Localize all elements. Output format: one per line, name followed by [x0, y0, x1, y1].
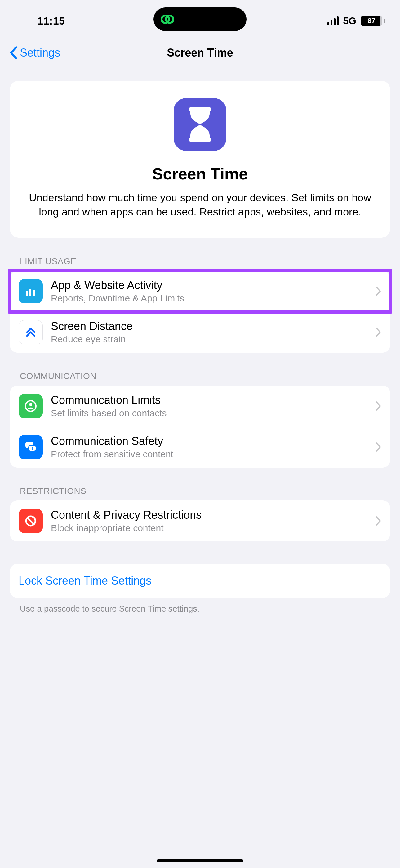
row-subtitle: Reduce eye strain: [51, 334, 370, 345]
dynamic-island[interactable]: [154, 7, 246, 31]
row-title: Lock Screen Time Settings: [19, 574, 381, 587]
row-screen-distance[interactable]: Screen Distance Reduce eye strain: [10, 312, 390, 353]
svg-rect-2: [189, 107, 211, 111]
row-subtitle: Protect from sensitive content: [51, 449, 370, 460]
svg-rect-5: [29, 289, 31, 296]
section-footer-lock: Use a passcode to secure Screen Time set…: [10, 598, 390, 614]
row-lock-screen-time-settings[interactable]: Lock Screen Time Settings: [10, 564, 390, 598]
chat-bubbles-icon: !: [19, 435, 43, 459]
hero-description: Understand how much time you spend on yo…: [25, 191, 375, 219]
chevron-right-icon: [370, 286, 381, 297]
row-title: Screen Distance: [51, 320, 370, 333]
row-app-website-activity[interactable]: App & Website Activity Reports, Downtime…: [10, 271, 390, 312]
row-title: App & Website Activity: [51, 279, 370, 292]
home-indicator[interactable]: [157, 859, 243, 862]
row-subtitle: Reports, Downtime & App Limits: [51, 293, 370, 304]
person-circle-icon: [19, 394, 43, 418]
battery-indicator: 87: [361, 16, 385, 26]
row-content-privacy-restrictions[interactable]: Content & Privacy Restrictions Block ina…: [10, 500, 390, 541]
svg-line-14: [28, 518, 34, 524]
nav-bar: Settings Screen Time: [0, 34, 400, 71]
svg-point-9: [29, 403, 32, 406]
status-time: 11:15: [12, 15, 105, 27]
chevron-right-icon: [370, 327, 381, 337]
chevron-right-icon: [370, 516, 381, 526]
row-communication-safety[interactable]: ! Communication Safety Protect from sens…: [10, 427, 390, 468]
hero-title: Screen Time: [25, 164, 375, 183]
status-bar: 11:15 5G 87: [0, 0, 400, 34]
row-subtitle: Block inappropriate content: [51, 523, 370, 533]
list-group-lock: Lock Screen Time Settings: [10, 564, 390, 598]
row-subtitle: Set limits based on contacts: [51, 408, 370, 418]
list-group-restrictions: Content & Privacy Restrictions Block ina…: [10, 500, 390, 541]
bar-chart-icon: [19, 279, 43, 303]
svg-text:!: !: [32, 445, 33, 451]
section-header-restrictions: RESTRICTIONS: [10, 468, 390, 500]
link-icon: [159, 10, 176, 28]
chevron-left-icon: [9, 46, 19, 60]
hourglass-icon: [174, 98, 226, 151]
svg-rect-4: [26, 291, 28, 296]
svg-rect-3: [189, 138, 211, 142]
back-label: Settings: [20, 46, 60, 59]
section-header-communication: COMMUNICATION: [10, 353, 390, 385]
chevron-right-icon: [370, 442, 381, 452]
list-group-communication: Communication Limits Set limits based on…: [10, 385, 390, 468]
svg-rect-6: [33, 290, 35, 296]
chevrons-up-icon: [19, 320, 43, 344]
svg-rect-7: [25, 296, 36, 297]
chevron-right-icon: [370, 401, 381, 411]
network-type: 5G: [343, 15, 356, 27]
battery-percent: 87: [368, 17, 375, 25]
row-title: Content & Privacy Restrictions: [51, 508, 370, 522]
hero-card: Screen Time Understand how much time you…: [10, 81, 390, 238]
row-communication-limits[interactable]: Communication Limits Set limits based on…: [10, 385, 390, 427]
section-header-limit-usage: LIMIT USAGE: [10, 238, 390, 271]
back-button[interactable]: Settings: [0, 46, 60, 60]
cell-signal-icon: [328, 17, 339, 25]
row-title: Communication Limits: [51, 394, 370, 407]
list-group-limit-usage: App & Website Activity Reports, Downtime…: [10, 271, 390, 353]
no-entry-icon: [19, 509, 43, 533]
row-title: Communication Safety: [51, 435, 370, 448]
